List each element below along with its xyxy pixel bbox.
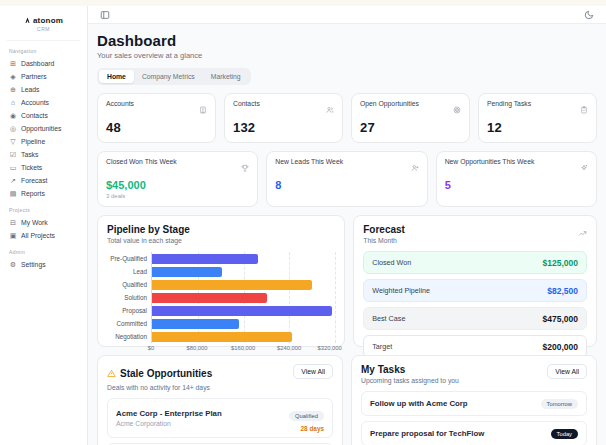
sidebar-item-partners[interactable]: ◈ Partners	[7, 70, 80, 83]
tab-company-metrics[interactable]: Company Metrics	[134, 70, 203, 83]
charts-row: Pipeline by Stage Total value in each st…	[97, 215, 597, 347]
card-closed-won-week: Closed Won This Week $45,000 3 deals	[97, 151, 258, 207]
nav-section-projects: Projects	[9, 207, 80, 213]
forecast-row-best-case: Best Case $475,000	[363, 307, 587, 330]
page-subtitle: Your sales overview at a glance	[97, 51, 597, 60]
leads-icon: ⊕	[9, 86, 17, 93]
bar-lead	[152, 267, 222, 277]
topbar	[88, 6, 606, 24]
folder-icon: ▣	[9, 232, 17, 239]
sidebar-item-forecast[interactable]: ↗ Forecast	[7, 174, 80, 187]
nav-section-admin: Admin	[9, 249, 80, 255]
chart-plot-area	[151, 252, 335, 343]
closed-won-deal-count: 3 deals	[106, 193, 249, 199]
clipboard-check-icon	[580, 100, 588, 118]
contacts-icon: ◉	[9, 112, 17, 119]
main-area: Dashboard Your sales overview at a glanc…	[88, 6, 606, 445]
reports-icon: ▤	[9, 190, 17, 197]
tab-home[interactable]: Home	[99, 70, 134, 83]
sidebar-item-settings[interactable]: ⚙ Settings	[7, 258, 80, 271]
sidebar-item-my-work[interactable]: ⊟ My Work	[7, 216, 80, 229]
sidebar-item-pipeline[interactable]: ▽ Pipeline	[7, 135, 80, 148]
opportunities-icon: ◎	[9, 125, 17, 132]
gear-icon: ⚙	[9, 261, 17, 268]
pipeline-bar-chart: Pre-Qualified Lead Qualified Solution Pr…	[107, 252, 335, 343]
pipeline-by-stage-panel: Pipeline by Stage Total value in each st…	[97, 215, 345, 347]
bar-solution	[152, 293, 267, 303]
partners-icon: ◈	[9, 73, 17, 80]
sidebar-item-contacts[interactable]: ◉ Contacts	[7, 109, 80, 122]
task-row[interactable]: Prepare proposal for TechFlow Today	[361, 421, 587, 445]
stat-card-accounts: Accounts 48	[97, 93, 216, 143]
stale-opportunity-row[interactable]: Acme Corp - Enterprise Plan Acme Corpora…	[107, 398, 333, 438]
sidebar-item-opportunities[interactable]: ◎ Opportunities	[7, 122, 80, 135]
bar-proposal	[152, 306, 332, 316]
sidebar-toggle-button[interactable]	[98, 8, 112, 22]
pipeline-chart-subtitle: Total value in each stage	[107, 237, 335, 244]
my-tasks-panel: My Tasks Upcoming tasks assigned to you …	[351, 355, 597, 445]
due-badge: Tomorrow	[541, 399, 578, 409]
stale-view-all-button[interactable]: View All	[293, 364, 333, 379]
tab-marketing[interactable]: Marketing	[203, 70, 249, 83]
logo-icon	[24, 17, 31, 24]
sidebar-item-all-projects[interactable]: ▣ All Projects	[7, 229, 80, 242]
stale-subtitle: Deals with no activity for 14+ days	[107, 384, 212, 391]
forecast-panel: Forecast This Month Closed Won $125,000 …	[353, 215, 597, 347]
tasks-title: My Tasks	[361, 364, 459, 375]
weekly-row: Closed Won This Week $45,000 3 deals New…	[97, 151, 597, 207]
pipeline-chart-title: Pipeline by Stage	[107, 224, 335, 235]
tasks-icon: ☑	[9, 151, 17, 158]
nav-section-navigation: Navigation	[9, 48, 80, 54]
sidebar-item-reports[interactable]: ▤ Reports	[7, 187, 80, 200]
logo-subtext: CRM	[7, 26, 80, 32]
forecast-title: Forecast	[363, 224, 405, 235]
briefcase-icon: ⊟	[9, 219, 17, 226]
card-new-opportunities-week: New Opportunities This Week 5	[436, 151, 597, 207]
tickets-icon: ▭	[9, 164, 17, 171]
tasks-subtitle: Upcoming tasks assigned to you	[361, 377, 459, 384]
bar-pre-qualified	[152, 254, 258, 264]
warning-triangle-icon	[107, 364, 116, 382]
sparkles-icon	[580, 158, 588, 176]
building-icon	[199, 100, 207, 118]
dashboard-icon: ⊞	[9, 60, 17, 67]
bottom-row: Stale Opportunities Deals with no activi…	[97, 355, 597, 445]
pipeline-icon: ▽	[9, 138, 17, 145]
user-plus-icon	[411, 158, 419, 176]
stage-badge: Qualified	[289, 411, 324, 421]
stale-opportunities-panel: Stale Opportunities Deals with no activi…	[97, 355, 343, 445]
app-logo: atonom CRM	[7, 12, 80, 41]
task-row[interactable]: Follow up with Acme Corp Tomorrow	[361, 391, 587, 416]
tasks-view-all-button[interactable]: View All	[547, 364, 587, 379]
sidebar-item-tickets[interactable]: ▭ Tickets	[7, 161, 80, 174]
trophy-icon	[241, 158, 249, 176]
trending-up-icon	[578, 224, 587, 242]
forecast-subtitle: This Month	[363, 237, 405, 244]
app-frame: atonom CRM Navigation ⊞ Dashboard ◈ Part…	[0, 6, 606, 445]
panel-left-icon	[100, 10, 110, 20]
chart-x-axis: $0 $80,000 $160,000 $240,000 $320,000	[151, 345, 335, 354]
page-title: Dashboard	[97, 32, 597, 49]
sidebar-item-leads[interactable]: ⊕ Leads	[7, 83, 80, 96]
bar-negotiation	[152, 332, 292, 342]
bar-qualified	[152, 280, 312, 290]
bar-committed	[152, 319, 239, 329]
forecast-row-closed-won: Closed Won $125,000	[363, 251, 587, 274]
target-icon	[453, 100, 461, 118]
forecast-row-weighted-pipeline: Weighted Pipeline $82,500	[363, 279, 587, 302]
stat-card-open-opportunities: Open Opportunities 27	[351, 93, 470, 143]
sidebar-item-accounts[interactable]: ⌂ Accounts	[7, 96, 80, 109]
stat-card-pending-tasks: Pending Tasks 12	[478, 93, 597, 143]
sidebar-item-tasks[interactable]: ☑ Tasks	[7, 148, 80, 161]
card-new-leads-week: New Leads This Week 8	[266, 151, 427, 207]
sidebar-item-dashboard[interactable]: ⊞ Dashboard	[7, 57, 80, 70]
users-icon	[326, 100, 334, 118]
dashboard-content: Dashboard Your sales overview at a glanc…	[88, 24, 606, 445]
sidebar: atonom CRM Navigation ⊞ Dashboard ◈ Part…	[0, 6, 88, 445]
theme-toggle-button[interactable]	[582, 8, 596, 22]
stale-title: Stale Opportunities	[120, 368, 212, 379]
stats-row: Accounts 48 Contacts 132 Open Opportunit…	[97, 93, 597, 143]
forecast-icon: ↗	[9, 177, 17, 184]
stale-days: 28 days	[289, 425, 324, 432]
stat-card-contacts: Contacts 132	[224, 93, 343, 143]
